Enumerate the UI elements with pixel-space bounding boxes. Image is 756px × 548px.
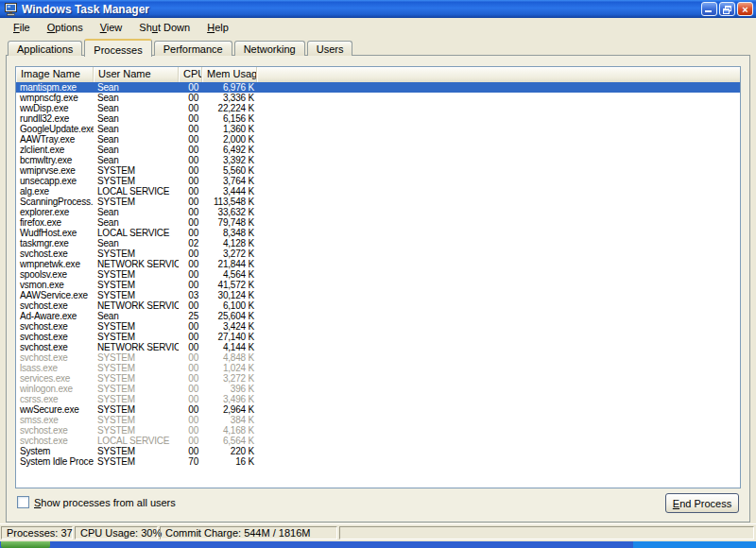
process-row[interactable]: wwDisp.exeSean0022,224 K bbox=[16, 103, 740, 113]
process-row[interactable]: svchost.exeNETWORK SERVICE006,100 K bbox=[16, 300, 740, 311]
restore-button[interactable] bbox=[719, 2, 735, 16]
process-row[interactable]: wmpnetwk.exeNETWORK SERVICE0021,844 K bbox=[16, 259, 740, 269]
close-icon: × bbox=[738, 3, 752, 15]
process-list-header: Image NameUser NameCPUMem Usage bbox=[16, 67, 740, 82]
cell-image-name: lsass.exe bbox=[16, 363, 94, 373]
process-row[interactable]: vsmon.exeSYSTEM0041,572 K bbox=[16, 280, 740, 290]
process-row[interactable]: SystemSYSTEM00220 K bbox=[16, 446, 740, 456]
menu-item-options[interactable]: Options bbox=[42, 21, 89, 34]
process-row[interactable]: wmiprvse.exeSYSTEM005,560 K bbox=[16, 165, 740, 176]
process-row[interactable]: svchost.exeLOCAL SERVICE006,564 K bbox=[16, 436, 740, 446]
cell-image-name: wmpnscfg.exe bbox=[16, 93, 94, 103]
cell-user-name: SYSTEM bbox=[94, 446, 179, 456]
cell-user-name: SYSTEM bbox=[94, 290, 179, 300]
process-row[interactable]: explorer.exeSean0033,632 K bbox=[16, 207, 740, 217]
cell-user-name: Sean bbox=[94, 82, 179, 93]
cell-image-name: svchost.exe bbox=[16, 425, 94, 436]
end-process-button[interactable]: End Process bbox=[665, 493, 739, 513]
menu-item-view[interactable]: View bbox=[94, 21, 129, 34]
cell-image-name: services.exe bbox=[16, 373, 94, 384]
checkbox-label: Show processes from all users bbox=[34, 497, 176, 508]
cell-mem-usage: 6,976 K bbox=[202, 82, 257, 93]
cell-mem-usage: 4,144 K bbox=[202, 342, 257, 352]
cell-cpu: 00 bbox=[179, 155, 202, 165]
cell-image-name: GoogleUpdate.exe bbox=[16, 124, 94, 134]
process-row[interactable]: services.exeSYSTEM003,272 K bbox=[16, 373, 740, 384]
cell-cpu: 00 bbox=[179, 197, 202, 207]
tab-performance[interactable]: Performance bbox=[154, 41, 232, 56]
process-row[interactable]: WudfHost.exeLOCAL SERVICE008,348 K bbox=[16, 228, 740, 238]
cell-cpu: 00 bbox=[179, 425, 202, 436]
process-row[interactable]: csrss.exeSYSTEM003,496 K bbox=[16, 394, 740, 404]
process-row[interactable]: wmpnscfg.exeSean003,336 K bbox=[16, 93, 740, 103]
cell-user-name: SYSTEM bbox=[94, 404, 179, 415]
cell-user-name: Sean bbox=[94, 124, 179, 134]
process-row[interactable]: svchost.exeSYSTEM004,848 K bbox=[16, 352, 740, 363]
cell-image-name: ScanningProcess.... bbox=[16, 197, 94, 207]
column-header-cpu[interactable]: CPU bbox=[179, 67, 202, 82]
process-row[interactable]: wwSecure.exeSYSTEM002,964 K bbox=[16, 404, 740, 415]
cell-user-name: NETWORK SERVICE bbox=[94, 300, 179, 311]
process-row[interactable]: Ad-Aware.exeSean2525,604 K bbox=[16, 311, 740, 321]
process-row[interactable]: taskmgr.exeSean024,128 K bbox=[16, 238, 740, 248]
process-row[interactable]: svchost.exeNETWORK SERVICE004,144 K bbox=[16, 342, 740, 352]
process-row[interactable]: smss.exeSYSTEM00384 K bbox=[16, 415, 740, 425]
close-button[interactable]: × bbox=[737, 2, 753, 16]
process-row[interactable]: svchost.exeSYSTEM003,272 K bbox=[16, 248, 740, 259]
process-row[interactable]: mantispm.exeSean006,976 K bbox=[16, 82, 740, 93]
cell-cpu: 00 bbox=[179, 415, 202, 425]
tab-users[interactable]: Users bbox=[307, 41, 353, 56]
status-bar: Processes: 37 CPU Usage: 30% Commit Char… bbox=[0, 523, 756, 541]
process-row[interactable]: alg.exeLOCAL SERVICE003,444 K bbox=[16, 186, 740, 197]
show-all-users-checkbox[interactable]: Show processes from all users bbox=[17, 496, 176, 508]
cell-image-name: winlogon.exe bbox=[16, 384, 94, 394]
process-row[interactable]: svchost.exeSYSTEM003,424 K bbox=[16, 321, 740, 332]
cell-image-name: bcmwltry.exe bbox=[16, 155, 94, 165]
cell-mem-usage: 6,100 K bbox=[202, 300, 257, 311]
process-row[interactable]: firefox.exeSean0079,748 K bbox=[16, 217, 740, 228]
process-row[interactable]: GoogleUpdate.exeSean001,360 K bbox=[16, 124, 740, 134]
menu-item-shut-down[interactable]: Shut Down bbox=[133, 21, 196, 34]
process-row[interactable]: AAWTray.exeSean002,000 K bbox=[16, 134, 740, 145]
minimize-button[interactable] bbox=[701, 2, 717, 16]
cell-image-name: svchost.exe bbox=[16, 332, 94, 342]
tab-processes[interactable]: Processes bbox=[84, 39, 151, 57]
start-button-sliver[interactable] bbox=[1, 541, 50, 548]
cell-image-name: svchost.exe bbox=[16, 352, 94, 363]
cell-mem-usage: 41,572 K bbox=[202, 280, 257, 290]
checkbox-box-icon[interactable] bbox=[17, 496, 29, 508]
tab-applications[interactable]: Applications bbox=[8, 41, 82, 56]
process-row[interactable]: svchost.exeSYSTEM004,168 K bbox=[16, 425, 740, 436]
cell-image-name: zlclient.exe bbox=[16, 145, 94, 155]
cell-mem-usage: 79,748 K bbox=[202, 217, 257, 228]
process-row[interactable]: System Idle ProcessSYSTEM7016 K bbox=[16, 456, 740, 467]
cell-user-name: Sean bbox=[94, 217, 179, 228]
menu-item-help[interactable]: Help bbox=[201, 21, 234, 34]
cell-cpu: 00 bbox=[179, 134, 202, 145]
cell-cpu: 00 bbox=[179, 82, 202, 93]
column-header-user-name[interactable]: User Name bbox=[94, 67, 179, 82]
tab-networking[interactable]: Networking bbox=[234, 41, 305, 56]
column-header-mem-usage[interactable]: Mem Usage bbox=[202, 67, 257, 82]
process-row[interactable]: bcmwltry.exeSean003,392 K bbox=[16, 155, 740, 165]
process-row[interactable]: AAWService.exeSYSTEM0330,124 K bbox=[16, 290, 740, 300]
cell-user-name: SYSTEM bbox=[94, 176, 179, 186]
status-commit-charge: Commit Charge: 544M / 1816M bbox=[160, 526, 337, 539]
cell-cpu: 00 bbox=[179, 446, 202, 456]
cell-mem-usage: 3,424 K bbox=[202, 321, 257, 332]
process-row[interactable]: rundll32.exeSean006,156 K bbox=[16, 113, 740, 124]
process-row[interactable]: winlogon.exeSYSTEM00396 K bbox=[16, 384, 740, 394]
process-row[interactable]: lsass.exeSYSTEM001,024 K bbox=[16, 363, 740, 373]
process-row[interactable]: ScanningProcess....SYSTEM00113,548 K bbox=[16, 197, 740, 207]
cell-cpu: 00 bbox=[179, 436, 202, 446]
cell-mem-usage: 5,560 K bbox=[202, 165, 257, 176]
cell-cpu: 00 bbox=[179, 145, 202, 155]
process-row[interactable]: unsecapp.exeSYSTEM003,764 K bbox=[16, 176, 740, 186]
column-header-image-name[interactable]: Image Name bbox=[16, 67, 94, 82]
cell-image-name: wmiprvse.exe bbox=[16, 165, 94, 176]
menu-item-file[interactable]: File bbox=[8, 21, 36, 34]
process-row[interactable]: zlclient.exeSean006,492 K bbox=[16, 145, 740, 155]
cell-image-name: svchost.exe bbox=[16, 321, 94, 332]
process-row[interactable]: svchost.exeSYSTEM0027,140 K bbox=[16, 332, 740, 342]
process-row[interactable]: spoolsv.exeSYSTEM004,564 K bbox=[16, 269, 740, 280]
